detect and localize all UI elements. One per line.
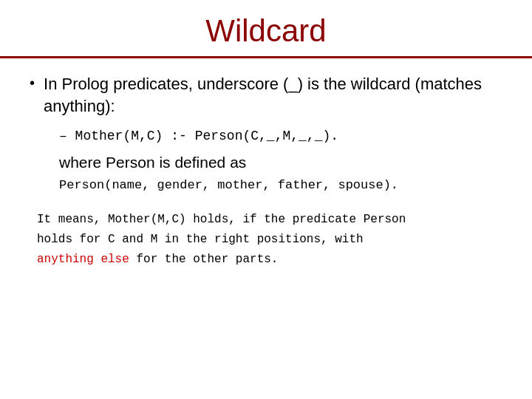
line3-suffix: for the other parts.	[129, 253, 279, 266]
mother-rule: – Mother(M,C) :- Person(C,_,M,_,_).	[59, 129, 502, 143]
bullet-text: In Prolog predicates, underscore (_) is …	[44, 73, 502, 117]
bullet-dot: •	[30, 75, 35, 92]
title-area: Wildcard	[0, 0, 532, 58]
slide-title: Wildcard	[15, 13, 517, 49]
person-definition: Person(name, gender, mother, father, spo…	[59, 176, 502, 195]
where-label: where Person is defined as	[59, 154, 502, 171]
explanation-line-2: holds for C and M in the right positions…	[37, 230, 502, 250]
content-area: • In Prolog predicates, underscore (_) i…	[0, 58, 532, 284]
bullet-point: • In Prolog predicates, underscore (_) i…	[30, 73, 502, 117]
sub-section: – Mother(M,C) :- Person(C,_,M,_,_). wher…	[52, 129, 502, 195]
explanation-line-3: anything else for the other parts.	[37, 250, 502, 270]
anything-else-text: anything else	[37, 253, 129, 266]
explanation-block: It means, Mother(M,C) holds, if the pred…	[37, 210, 502, 270]
slide: Wildcard • In Prolog predicates, undersc…	[0, 0, 532, 399]
explanation-line-1: It means, Mother(M,C) holds, if the pred…	[37, 210, 502, 230]
